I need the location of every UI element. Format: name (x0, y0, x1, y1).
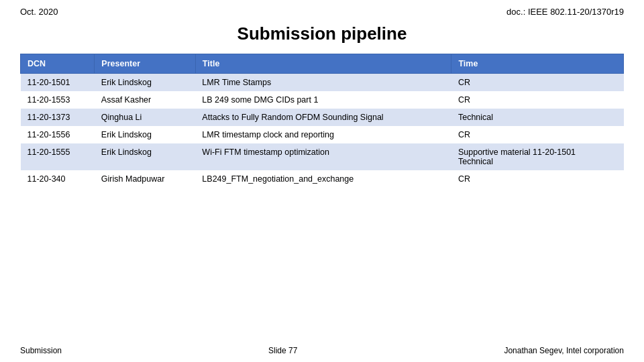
cell-dcn: 11-20-1553 (21, 91, 95, 109)
table-row: 11-20-1555Erik LindskogWi-Fi FTM timesta… (21, 143, 624, 170)
footer-center: Slide 77 (268, 346, 297, 355)
cell-time: CR (451, 91, 624, 109)
col-presenter: Presenter (95, 54, 196, 74)
cell-time: CR (451, 170, 624, 188)
footer-left: Submission (20, 346, 62, 355)
header-left: Oct. 2020 (20, 7, 58, 17)
cell-dcn: 11-20-1501 (21, 74, 95, 92)
footer: Submission Slide 77 Jonathan Segev, Inte… (0, 339, 644, 362)
cell-title: LB 249 some DMG CIDs part 1 (195, 91, 451, 109)
cell-presenter: Qinghua Li (95, 109, 196, 126)
header-right: doc.: IEEE 802.11-20/1370r19 (506, 7, 624, 17)
col-title: Title (195, 54, 451, 74)
cell-title: Wi-Fi FTM timestamp optimization (195, 143, 451, 170)
col-dcn: DCN (21, 54, 95, 74)
table-row: 11-20-1556Erik LindskogLMR timestamp clo… (21, 126, 624, 143)
cell-time: CR (451, 126, 624, 143)
cell-dcn: 11-20-1373 (21, 109, 95, 126)
table-container: DCN Presenter Title Time 11-20-1501Erik … (0, 54, 644, 188)
cell-time: Technical (451, 109, 624, 126)
page: Oct. 2020 doc.: IEEE 802.11-20/1370r19 S… (0, 0, 644, 362)
table-header-row: DCN Presenter Title Time (21, 54, 624, 74)
cell-presenter: Erik Lindskog (95, 126, 196, 143)
cell-presenter: Assaf Kasher (95, 91, 196, 109)
cell-presenter: Erik Lindskog (95, 143, 196, 170)
table-row: 11-20-1553Assaf KasherLB 249 some DMG CI… (21, 91, 624, 109)
table-row: 11-20-340Girish MadpuwarLB249_FTM_negoti… (21, 170, 624, 188)
cell-time: Supportive material 11-20-1501Technical (451, 143, 624, 170)
cell-presenter: Girish Madpuwar (95, 170, 196, 188)
header: Oct. 2020 doc.: IEEE 802.11-20/1370r19 (0, 0, 644, 19)
page-title: Submission pipeline (0, 19, 644, 54)
cell-title: LB249_FTM_negotiation_and_exchange (195, 170, 451, 188)
cell-presenter: Erik Lindskog (95, 74, 196, 92)
cell-time: CR (451, 74, 624, 92)
table-row: 11-20-1501Erik LindskogLMR Time StampsCR (21, 74, 624, 92)
table-row: 11-20-1373Qinghua LiAttacks to Fully Ran… (21, 109, 624, 126)
col-time: Time (451, 54, 624, 74)
cell-title: Attacks to Fully Random OFDM Sounding Si… (195, 109, 451, 126)
cell-title: LMR Time Stamps (195, 74, 451, 92)
cell-dcn: 11-20-1556 (21, 126, 95, 143)
cell-dcn: 11-20-1555 (21, 143, 95, 170)
footer-right: Jonathan Segev, Intel corporation (504, 346, 624, 355)
cell-dcn: 11-20-340 (21, 170, 95, 188)
cell-title: LMR timestamp clock and reporting (195, 126, 451, 143)
submission-table: DCN Presenter Title Time 11-20-1501Erik … (20, 54, 624, 188)
